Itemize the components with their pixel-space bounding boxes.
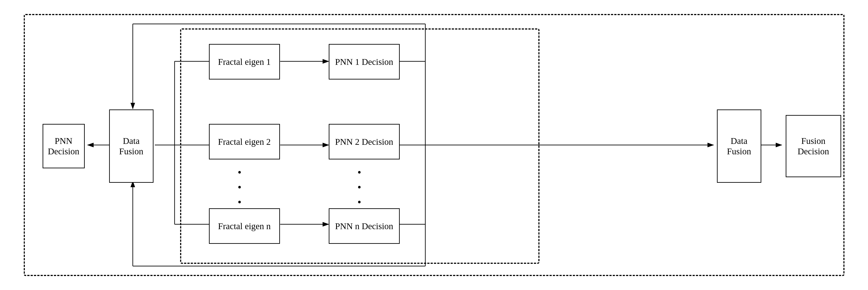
fractal-1-label: Fractal eigen 1 bbox=[218, 57, 271, 67]
pnn-n-label: PNN n Decision bbox=[335, 221, 393, 231]
pnn-2-decision-box: PNN 2 Decision bbox=[329, 124, 400, 160]
data-fusion-left-label: Data Fusion bbox=[119, 136, 143, 156]
fractal-eigen-2-box: Fractal eigen 2 bbox=[209, 124, 280, 160]
main-diagram: PNN Decision Data Fusion Fractal eigen 1… bbox=[24, 14, 844, 276]
pnn-dots: • • • bbox=[358, 166, 362, 208]
fractal-dots: • • • bbox=[238, 166, 242, 208]
fusion-decision-box: Fusion Decision bbox=[786, 115, 841, 177]
pnn-2-label: PNN 2 Decision bbox=[335, 137, 393, 147]
pnn-1-label: PNN 1 Decision bbox=[335, 57, 393, 67]
fusion-decision-label: Fusion Decision bbox=[798, 136, 829, 156]
pnn-decision-left-box: PNN Decision bbox=[42, 124, 85, 168]
data-fusion-right-label: Data Fusion bbox=[727, 136, 751, 156]
pnn-n-decision-box: PNN n Decision bbox=[329, 208, 400, 244]
fractal-eigen-n-box: Fractal eigen n bbox=[209, 208, 280, 244]
pnn-decision-left-label: PNN Decision bbox=[48, 136, 79, 156]
data-fusion-left-box: Data Fusion bbox=[109, 110, 154, 183]
fractal-n-label: Fractal eigen n bbox=[218, 221, 271, 231]
fractal-eigen-1-box: Fractal eigen 1 bbox=[209, 44, 280, 80]
data-fusion-right-box: Data Fusion bbox=[717, 110, 761, 183]
fractal-2-label: Fractal eigen 2 bbox=[218, 137, 271, 147]
pnn-1-decision-box: PNN 1 Decision bbox=[329, 44, 400, 80]
